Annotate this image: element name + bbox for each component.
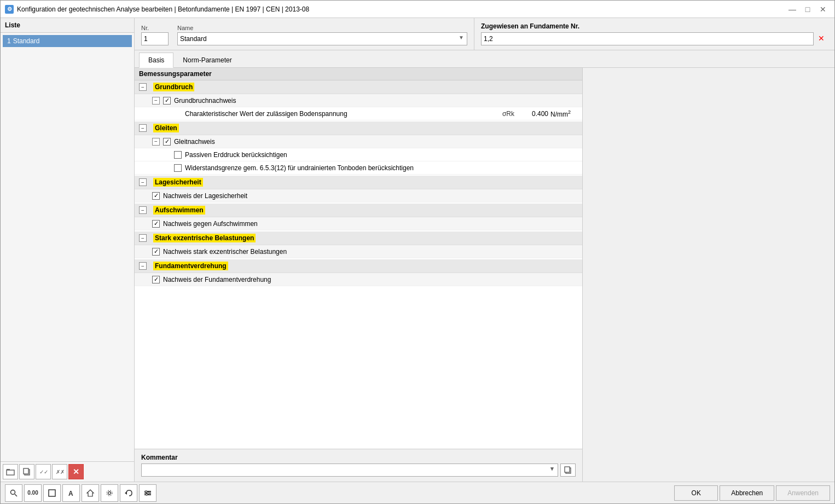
comment-label: Kommentar (141, 454, 576, 461)
list-content: 1 Standard (1, 33, 134, 461)
assigned-label: Zugewiesen an Fundamente Nr. (481, 22, 828, 30)
fundament-nachweis-checkbox[interactable] (152, 276, 160, 283)
grundbruch-nachweis-row: − Grundbruchnachweis (135, 94, 582, 107)
value-button[interactable]: 0.00 (24, 484, 42, 502)
list-item[interactable]: 1 Standard (3, 35, 132, 47)
gleiten-title: Gleiten (153, 124, 179, 132)
stark-expand-btn[interactable]: − (139, 234, 147, 242)
bodenspannung-label: Charakteristischer Wert der zulässigen B… (185, 110, 485, 118)
list-item-label: Standard (13, 37, 40, 45)
fundament-expand-btn[interactable]: − (139, 262, 147, 270)
add-folder-button[interactable] (3, 464, 18, 479)
title-bar: ⚙ Konfiguration der geotechnischen Analy… (1, 1, 834, 18)
window-controls: — □ ✕ (785, 4, 830, 15)
params-main: Bemessungsparameter − Grundbruch (135, 68, 583, 482)
svg-point-20 (146, 490, 147, 492)
svg-point-9 (11, 490, 15, 494)
gleit-nachweis-label: Gleitnachweis (174, 138, 578, 146)
aufschwimm-nachweis-row: Nachweis gegen Aufschwimmen (135, 217, 582, 230)
main-content: Liste 1 Standard ✓✓ ✗✗ (1, 18, 834, 482)
close-button[interactable]: ✕ (816, 4, 830, 15)
bodenspannung-row: Charakteristischer Wert der zulässigen B… (135, 107, 582, 120)
gear-toolbar-button[interactable] (101, 484, 118, 502)
bodenspannung-unit: N/mm2 (550, 109, 578, 118)
lage-nachweis-label: Nachweis der Lagesicherheit (163, 192, 578, 200)
check-all-button[interactable]: ✓✓ (36, 464, 51, 479)
clear-button[interactable]: ✕ (816, 33, 828, 45)
passiv-erddruck-row: Passiven Erddruck berücksichtigen (135, 148, 582, 161)
gleit-nachweis-checkbox[interactable] (163, 138, 171, 146)
text-button[interactable]: A (62, 484, 80, 502)
params-content: − Grundbruch − Grundbruchnachwe (135, 80, 582, 449)
assigned-input[interactable] (481, 32, 814, 45)
aufschwimm-nachweis-label: Nachweis gegen Aufschwimmen (163, 220, 578, 228)
svg-point-15 (107, 490, 112, 496)
passiv-erddruck-checkbox[interactable] (174, 151, 182, 159)
nr-input[interactable] (141, 32, 169, 45)
grundbruch-expand-btn[interactable]: − (139, 83, 147, 91)
search-toolbar-button[interactable] (5, 484, 22, 502)
comment-row: ▼ (141, 464, 576, 477)
apply-button[interactable]: Anwenden (776, 485, 830, 501)
ok-button[interactable]: OK (674, 485, 718, 501)
delete-button[interactable]: ✕ (68, 464, 84, 479)
stark-title: Stark exzentrische Belastungen (153, 234, 256, 242)
bodenspannung-value: 0.400 (518, 110, 550, 118)
grundbruch-nachweis-expand-btn[interactable]: − (152, 97, 160, 105)
maximize-button[interactable]: □ (801, 4, 815, 15)
svg-rect-1 (7, 470, 14, 475)
gleit-nachweis-expand-btn[interactable]: − (152, 138, 160, 146)
stark-section-header: − Stark exzentrische Belastungen (135, 231, 582, 245)
comment-area: Kommentar ▼ (135, 449, 582, 482)
svg-rect-3 (24, 468, 28, 474)
box-button[interactable] (43, 484, 61, 502)
cancel-button[interactable]: Abbrechen (720, 485, 774, 501)
home-button[interactable] (82, 484, 99, 502)
right-blank-panel (583, 68, 834, 482)
uncheck-all-button[interactable]: ✗✗ (52, 464, 67, 479)
grundbruch-title: Grundbruch (153, 83, 194, 91)
main-window: ⚙ Konfiguration der geotechnischen Analy… (0, 0, 835, 504)
svg-marker-13 (87, 490, 94, 496)
grundbruch-nachweis-checkbox[interactable] (163, 97, 171, 105)
undo-button[interactable] (120, 484, 137, 502)
svg-point-22 (146, 494, 148, 495)
bodenspannung-symbol: σRk (485, 110, 518, 118)
gleiten-section-header: − Gleiten (135, 121, 582, 135)
list-item-number: 1 (7, 37, 11, 45)
gleiten-expand-btn[interactable]: − (139, 124, 147, 132)
grundbruch-nachweis-label: Grundbruchnachweis (174, 97, 578, 105)
tab-basis[interactable]: Basis (139, 53, 173, 68)
copy-comment-button[interactable] (560, 464, 576, 477)
aufschwimmen-expand-btn[interactable]: − (139, 206, 147, 214)
aufschwimm-nachweis-checkbox[interactable] (152, 220, 160, 228)
tab-norm-parameter[interactable]: Norm-Parameter (173, 53, 241, 68)
svg-point-21 (148, 492, 149, 494)
fundament-title: Fundamentverdrehung (153, 262, 228, 270)
lage-nachweis-checkbox[interactable] (152, 192, 160, 200)
settings-button[interactable] (139, 484, 156, 502)
svg-rect-11 (49, 490, 55, 496)
left-panel: Liste 1 Standard ✓✓ ✗✗ (1, 18, 135, 482)
lage-nachweis-row: Nachweis der Lagesicherheit (135, 189, 582, 202)
comment-select-wrapper: ▼ (141, 464, 558, 477)
copy-button[interactable] (19, 464, 34, 479)
stark-nachweis-checkbox[interactable] (152, 248, 160, 256)
nr-group: Nr. (141, 25, 169, 45)
svg-line-10 (15, 494, 17, 496)
lagesicherheit-section-header: − Lagesicherheit (135, 176, 582, 189)
bottom-toolbar: 0.00 A OK Abbrechen Anwenden (1, 482, 834, 503)
comment-select[interactable] (141, 464, 558, 477)
assigned-row: ✕ (481, 32, 828, 45)
title-bar-left: ⚙ Konfiguration der geotechnischen Analy… (5, 5, 309, 14)
widerstandsgrenze-row: Widerstandsgrenze gem. 6.5.3(12) für und… (135, 161, 582, 175)
minimize-button[interactable]: — (785, 4, 799, 15)
lagesicherheit-expand-btn[interactable]: − (139, 178, 147, 186)
widerstandsgrenze-checkbox[interactable] (174, 164, 182, 172)
fundament-nachweis-label: Nachweis der Fundamentverdrehung (163, 276, 578, 283)
top-form-area: Nr. Name Standard Zugewiesen an Fundamen… (135, 18, 834, 50)
form-fields: Nr. Name Standard (135, 18, 474, 50)
gleit-nachweis-row: − Gleitnachweis (135, 135, 582, 148)
name-select[interactable]: Standard (177, 32, 467, 45)
name-group: Name Standard (177, 25, 467, 45)
